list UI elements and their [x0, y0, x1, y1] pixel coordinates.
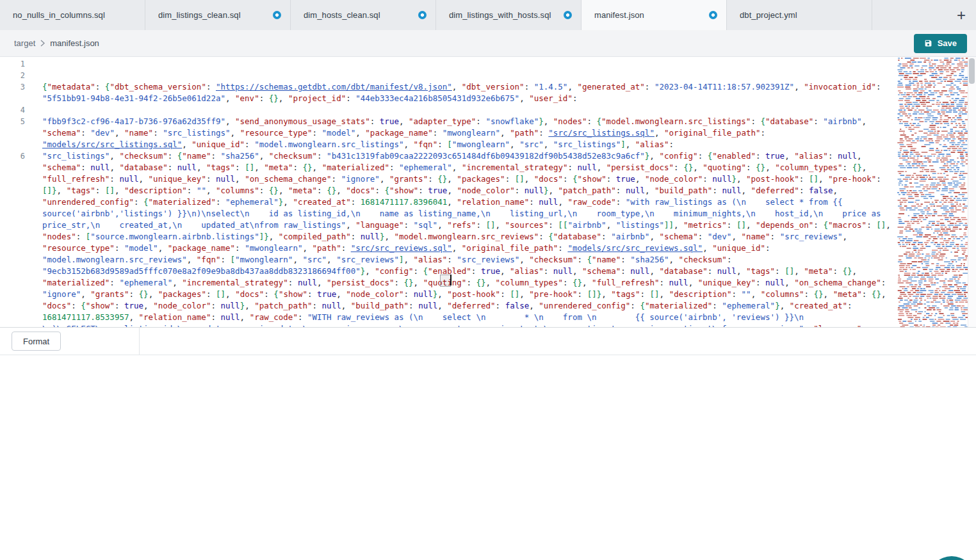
save-button[interactable]: Save: [914, 34, 967, 53]
code-line[interactable]: 1: [0, 58, 897, 70]
save-icon: [924, 39, 932, 47]
matching-bracket-highlight: [440, 275, 451, 287]
code-line-text: "src_listings", "checksum": {"name": "sh…: [42, 150, 897, 327]
code-line-text: {"metadata": {"dbt_schema_version": "htt…: [42, 81, 897, 104]
tab-dim-listings-with-hosts-sql[interactable]: dim_listings_with_hosts.sql: [436, 0, 582, 30]
line-number: 5: [0, 116, 31, 150]
tab-label: manifest.json: [594, 10, 644, 20]
breadcrumb: target manifest.json: [14, 38, 99, 48]
save-button-label: Save: [938, 38, 957, 48]
tab-label: dim_listings_with_hosts.sql: [449, 10, 551, 20]
unsaved-indicator-icon[interactable]: [418, 11, 427, 19]
results-panel: [0, 355, 976, 560]
line-number: 4: [0, 104, 31, 116]
code-line[interactable]: 5"fbb9f3c2-cf96-4a17-b736-976a62d35ff9",…: [0, 116, 897, 150]
line-number: 3: [0, 81, 31, 104]
tab-label: dbt_project.yml: [740, 10, 797, 20]
code-line[interactable]: 2: [0, 70, 897, 81]
breadcrumb-file[interactable]: manifest.json: [50, 38, 99, 48]
line-number: 1: [0, 58, 31, 70]
unsaved-indicator-icon[interactable]: [709, 11, 717, 19]
format-button[interactable]: Format: [12, 332, 61, 351]
tab-dim-listings-clean-sql[interactable]: dim_listings_clean.sql: [145, 0, 291, 30]
code-line-text: [42, 70, 897, 81]
scrollbar-thumb[interactable]: [969, 58, 975, 84]
chevron-right-icon: [40, 40, 45, 47]
minimap[interactable]: [897, 57, 968, 327]
unsaved-indicator-icon[interactable]: [564, 11, 572, 19]
tab-dim-hosts-clean-sql[interactable]: dim_hosts_clean.sql: [291, 0, 436, 30]
breadcrumb-bar: target manifest.json Save: [0, 30, 976, 57]
bottom-toolbar: Format: [0, 327, 976, 355]
bottom-toolbar-cell: Format: [0, 328, 140, 355]
tab-manifest-json[interactable]: manifest.json: [582, 0, 727, 30]
editor-scrollbar[interactable]: [968, 57, 976, 327]
code-line[interactable]: 6"src_listings", "checksum": {"name": "s…: [0, 150, 897, 327]
tab-dbt-project-yml[interactable]: dbt_project.yml: [727, 0, 872, 30]
code-editor[interactable]: 123{"metadata": {"dbt_schema_version": "…: [0, 57, 976, 327]
code-line-text: [42, 58, 897, 70]
tab-label: dim_listings_clean.sql: [158, 10, 241, 20]
new-tab-button[interactable]: +: [950, 0, 972, 30]
line-number: 6: [0, 150, 31, 327]
code-line[interactable]: 4: [0, 104, 897, 116]
tab-bar: no_nulls_in_columns.sqldim_listings_clea…: [0, 0, 976, 30]
tab-label: dim_hosts_clean.sql: [304, 10, 380, 20]
breadcrumb-folder[interactable]: target: [14, 38, 35, 48]
text-caret: [450, 275, 451, 285]
line-number: 2: [0, 70, 31, 81]
code-line-text: "fbb9f3c2-cf96-4a17-b736-976a62d35ff9", …: [42, 116, 897, 150]
tab-no-nulls-in-columns-sql[interactable]: no_nulls_in_columns.sql: [0, 0, 145, 30]
unsaved-indicator-icon[interactable]: [273, 11, 281, 19]
code-line-text: [42, 104, 897, 116]
code-line[interactable]: 3{"metadata": {"dbt_schema_version": "ht…: [0, 81, 897, 104]
tab-label: no_nulls_in_columns.sql: [13, 10, 105, 20]
